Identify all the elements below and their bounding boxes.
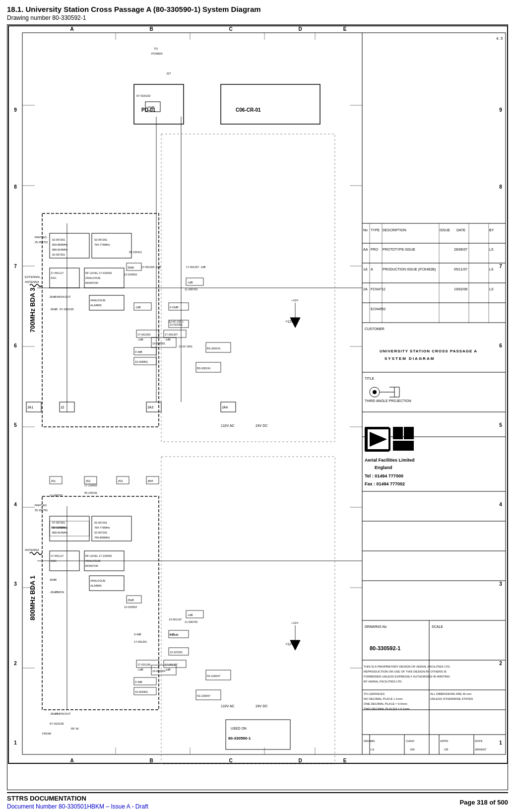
- svg-text:ANALOGUE: ANALOGUE: [90, 299, 106, 302]
- svg-text:11-006702: 11-006702: [50, 494, 63, 497]
- svg-text:UNIVERSITY  STATION  CROSS  PA: UNIVERSITY STATION CROSS PASSAGE A: [380, 349, 477, 353]
- svg-text:BS-200241: BS-200241: [197, 367, 211, 370]
- svg-text:17-001203 -1dB: 17-001203 -1dB: [141, 266, 161, 269]
- svg-text:110V AC: 110V AC: [221, 424, 235, 427]
- svg-text:TO LERANCES: TO LERANCES: [364, 692, 385, 695]
- svg-text:DRAWN: DRAWN: [364, 740, 375, 743]
- svg-text:764-776MHz: 764-776MHz: [94, 526, 110, 529]
- svg-text:ANALOGUE: ANALOGUE: [85, 276, 101, 279]
- svg-text:PRODUCTION ISSUE (FCN462B): PRODUCTION ISSUE (FCN462B): [383, 268, 436, 271]
- svg-rect-1: [22, 33, 506, 754]
- svg-text:D: D: [298, 758, 302, 763]
- svg-rect-112: [393, 441, 414, 451]
- footer-section: STTRS DOCUMENTATION Document Number 80-3…: [7, 792, 508, 812]
- svg-text:C06-CR-01: C06-CR-01: [236, 107, 261, 113]
- svg-text:800MHz BDA 1: 800MHz BDA 1: [29, 575, 36, 620]
- svg-text:ALARMS: ALARMS: [90, 304, 102, 307]
- svg-text:A: A: [371, 268, 373, 271]
- svg-text:700MHz BDA 3: 700MHz BDA 3: [29, 287, 36, 333]
- svg-text:OUT: OUT: [64, 295, 71, 298]
- svg-text:ONE DECIMAL PLACE = 0.5mm: ONE DECIMAL PLACE = 0.5mm: [364, 702, 407, 705]
- svg-text:19/02/08: 19/02/08: [454, 287, 467, 291]
- svg-rect-236: [221, 84, 320, 124]
- svg-text:5: 5: [499, 422, 502, 428]
- svg-text:799-824MHz: 799-824MHz: [51, 526, 66, 529]
- svg-text:12-221501: 12-221501: [170, 651, 183, 654]
- svg-text:17-031106: 17-031106: [137, 663, 150, 666]
- svg-text:5: 5: [14, 422, 17, 428]
- svg-text:17-001117: 17-001117: [51, 554, 64, 557]
- svg-text:2: 2: [14, 661, 17, 666]
- svg-text:TITLE: TITLE: [365, 377, 374, 380]
- svg-text:110V AC: 110V AC: [221, 704, 235, 708]
- svg-text:England: England: [375, 465, 392, 470]
- doc-number: Document Number 80-330501HBKM – Issue A …: [7, 803, 148, 810]
- svg-text:1: 1: [14, 740, 17, 745]
- svg-text:PART NO.: PART NO.: [35, 504, 48, 507]
- svg-text:JS3: JS3: [118, 479, 123, 482]
- footer-left: STTRS DOCUMENTATION Document Number 80-3…: [7, 795, 148, 810]
- svg-text:Tel : 01494 777000: Tel : 01494 777000: [365, 474, 403, 478]
- svg-text:JM4: JM4: [147, 479, 153, 482]
- svg-text:13-02 1901: 13-02 1901: [179, 345, 193, 348]
- svg-text:JA1: JA1: [27, 406, 33, 409]
- page-number: Page 318 of 500: [459, 799, 508, 806]
- svg-text:BY AERIAL FACILITIES LTD.: BY AERIAL FACILITIES LTD.: [364, 680, 402, 683]
- svg-text:764-776MHz: 764-776MHz: [94, 243, 110, 246]
- svg-text:CB: CB: [444, 748, 448, 751]
- svg-text:+12V: +12V: [291, 621, 298, 624]
- svg-text:784-806MHz: 784-806MHz: [94, 536, 110, 539]
- svg-text:FORBIDDEN UNLESS EXPRESSLY AUT: FORBIDDEN UNLESS EXPRESSLY AUTHORISED IN…: [364, 675, 450, 678]
- svg-text:-1dB: -1dB: [137, 668, 143, 671]
- svg-text:17-001201: 17-001201: [134, 640, 147, 643]
- svg-text:B: B: [149, 758, 153, 763]
- svg-text:OUT: OUT: [64, 712, 71, 715]
- svg-text:E: E: [343, 758, 347, 763]
- svg-text:FCN4712: FCN4712: [371, 287, 386, 291]
- svg-text:J2: J2: [61, 406, 64, 409]
- svg-text:RF IN: RF IN: [71, 727, 79, 730]
- svg-text:11-005702: 11-005702: [185, 288, 197, 291]
- svg-text:80-330590-1: 80-330590-1: [228, 736, 251, 741]
- svg-text:55-155431: 55-155431: [84, 491, 97, 494]
- svg-text:8: 8: [14, 184, 17, 190]
- svg-text:12-018502: 12-018502: [124, 273, 137, 276]
- svg-text:UNLESS OTHERWISE STATED: UNLESS OTHERWISE STATED: [430, 697, 473, 700]
- svg-text:07-057201: 07-057201: [52, 521, 65, 524]
- svg-point-119: [373, 390, 377, 394]
- svg-text:10-028901: 10-028901: [152, 342, 165, 345]
- svg-text:LS: LS: [489, 248, 494, 251]
- svg-text:AGC: AGC: [51, 276, 57, 279]
- svg-text:MON: MON: [57, 295, 64, 298]
- svg-text:TO: TO: [154, 47, 158, 50]
- svg-text:24V DC: 24V DC: [256, 424, 268, 427]
- svg-text:A: A: [70, 758, 73, 763]
- svg-text:PROTOTYPE ISSUE: PROTOTYPE ISSUE: [383, 248, 415, 251]
- svg-text:17-001207 -1dB: 17-001207 -1dB: [186, 266, 206, 269]
- svg-text:Aerial Facilities  Limited: Aerial Facilities Limited: [365, 458, 415, 463]
- svg-text:8: 8: [499, 184, 502, 190]
- svg-text:AA: AA: [363, 248, 368, 251]
- svg-text:D: D: [298, 26, 302, 32]
- svg-text:ISSUE: ISSUE: [440, 228, 450, 232]
- svg-rect-111: [404, 427, 414, 439]
- svg-text:1: 1: [499, 740, 502, 745]
- svg-text:07-019135: 07-019135: [50, 722, 64, 725]
- svg-text:28/06/07: 28/06/07: [454, 248, 467, 251]
- svg-text:-1dB: -1dB: [165, 668, 171, 671]
- svg-text:PRO: PRO: [371, 248, 379, 251]
- svg-rect-228: [134, 84, 184, 124]
- svg-text:12-021801: 12-021801: [170, 323, 183, 326]
- svg-rect-110: [393, 427, 403, 439]
- svg-rect-237: [226, 720, 290, 749]
- diagram-area: A B C D E A B C D E 9 8 7 6 5 4 3 2: [7, 24, 508, 790]
- svg-text:FROM: FROM: [42, 732, 51, 735]
- svg-text:THIRD  ANGLE  PROJECTION: THIRD ANGLE PROJECTION: [365, 399, 411, 403]
- svg-rect-172: [89, 295, 124, 310]
- svg-text:RF LEVEL 17-218502: RF LEVEL 17-218502: [85, 554, 112, 557]
- svg-text:3: 3: [14, 581, 17, 587]
- svg-text:30dB: 30dB: [50, 295, 57, 298]
- svg-text:SYSTEM  DIAGRAM: SYSTEM DIAGRAM: [385, 356, 435, 361]
- svg-text:REPRODUCTION OR USE OF THIS DE: REPRODUCTION OR USE OF THIS DESIGN BY OT…: [364, 670, 447, 673]
- svg-text:C: C: [229, 758, 232, 763]
